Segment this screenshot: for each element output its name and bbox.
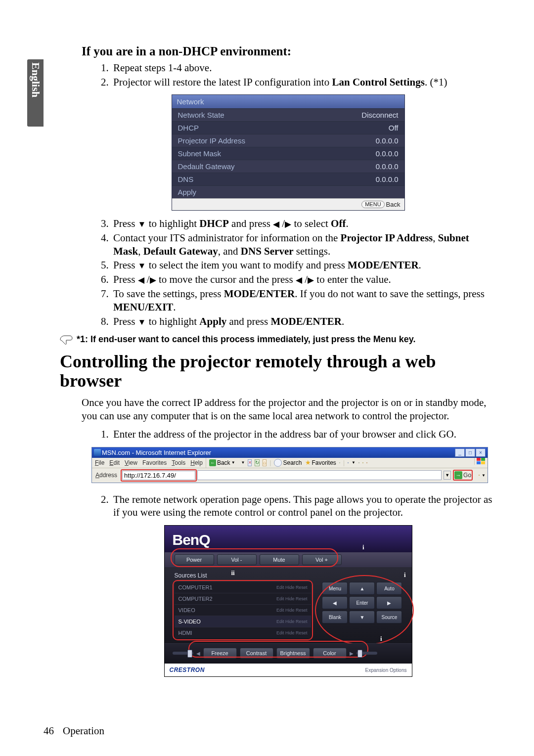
step-c2: The remote network operation page opens.… (111, 493, 494, 520)
benq-footer: CRESTRON Expansion Options (165, 664, 412, 676)
menu-button-icon: MENU (361, 201, 384, 208)
url-highlight (121, 469, 197, 482)
right-slider[interactable] (356, 652, 377, 655)
steps-list-c: Enter the address of the projector in th… (82, 428, 494, 441)
home-icon[interactable]: ⌂ (263, 459, 267, 466)
menu-help[interactable]: Help (190, 459, 203, 466)
links-icon[interactable] (479, 475, 480, 476)
ie-menu-bar[interactable]: File Edit View Favorites Tools Help (92, 458, 206, 468)
left-slider[interactable] (173, 652, 193, 655)
windows-flag-icon (474, 458, 488, 465)
page-footer: 46 Operation (44, 725, 104, 737)
network-row: DHCPOff (172, 121, 404, 134)
web-browser-heading: Controlling the projector remotely throu… (60, 352, 494, 391)
address-input[interactable] (122, 471, 195, 480)
menu-tools[interactable]: Tools (172, 459, 185, 466)
page-number: 46 (44, 725, 54, 737)
menu-file[interactable]: File (95, 459, 104, 466)
step-a1: Repeat steps 1-4 above. (111, 61, 494, 75)
go-highlight: → Go (453, 470, 473, 481)
history-icon[interactable] (339, 462, 340, 463)
minimize-icon[interactable]: _ (455, 448, 465, 457)
dpad-section: i Menu ▲ Auto ◀ Enter ▶ Blank ▼ Source (322, 582, 403, 636)
ie-logo-icon (94, 449, 101, 456)
benq-logo: BenQ (173, 532, 210, 548)
go-arrow-icon[interactable]: → (454, 471, 462, 479)
ie-window-title: MSN.com - Microsoft Internet Explorer (102, 449, 211, 456)
sources-section: Sources List ii COMPUTER1Edit Hide Reset… (173, 572, 313, 640)
sources-list: COMPUTER1Edit Hide Reset COMPUTER2Edit H… (173, 580, 313, 640)
non-dhcp-heading: If you are in a non-DHCP environment: (82, 44, 494, 58)
network-panel-footer: MENU Back (172, 198, 404, 210)
network-panel-title: Network (172, 95, 404, 108)
ie-address-bar: Address ▼ → Go ▼ (92, 468, 488, 483)
callout-i: i (362, 543, 364, 551)
down-arrow-icon: ▼ (138, 317, 146, 328)
step-c1: Enter the address of the projector in th… (111, 428, 494, 441)
go-button[interactable]: Go (463, 472, 471, 479)
network-row: Subnet Mask0.0.0.0 (172, 147, 404, 160)
benq-remote-panel: BenQ i Power Vol - Mute Vol + Sources Li… (164, 525, 412, 677)
maximize-icon[interactable]: □ (465, 448, 475, 457)
down-arrow-icon: ▼ (138, 219, 146, 230)
left-arrow-icon: ◀ (296, 275, 302, 286)
menu-edit[interactable]: Edit (109, 459, 120, 466)
stop-icon[interactable]: × (248, 459, 252, 466)
favorites-button[interactable]: ★Favorites (305, 459, 336, 466)
star-icon: ★ (305, 459, 311, 466)
source-item[interactable]: COMPUTER1Edit Hide Reset (175, 582, 312, 593)
svg-rect-0 (477, 458, 481, 461)
benq-bottom-bar: i ◀ Freeze Contrast Brightness Color ▶ (165, 643, 412, 664)
mail-icon[interactable] (348, 462, 349, 463)
step-b7: To save the settings, press MODE/ENTER. … (111, 287, 494, 314)
menu-favorites[interactable]: Favorites (142, 459, 167, 466)
print-icon[interactable] (358, 462, 359, 463)
ie-toolbar[interactable]: ←Back ▼ ▼ × ↻ ⌂ | Search ★Favorites | ▼ (206, 458, 474, 468)
expansion-options-link[interactable]: Expansion Options (365, 667, 407, 673)
edit-icon[interactable] (362, 462, 363, 463)
network-row: Dedault Gateway0.0.0.0 (172, 160, 404, 173)
close-icon[interactable]: × (476, 448, 486, 457)
network-settings-panel: Network Network StateDisconnect DHCPOff … (172, 95, 404, 210)
step-b6: Press ◀ /▶ to move the cursor and the pr… (111, 273, 494, 286)
step-b5: Press ▼ to select the item you want to m… (111, 259, 494, 272)
address-combo-extent[interactable] (197, 470, 442, 480)
intro-paragraph: Once you have the correct IP address for… (82, 396, 494, 423)
network-row: Network StateDisconnect (172, 108, 404, 121)
back-label: Back (386, 201, 400, 208)
benq-top-buttons: i Power Vol - Mute Vol + (165, 552, 412, 567)
callout-ii: ii (231, 569, 235, 577)
ie-menu-toolbar-row: File Edit View Favorites Tools Help ←Bac… (92, 458, 488, 468)
callout-i: i (380, 635, 382, 643)
discuss-icon[interactable] (366, 462, 367, 463)
dropdown-icon[interactable]: ▼ (444, 471, 451, 480)
steps-list-b: Press ▼ to highlight DHCP and press ◀ /▶… (82, 217, 494, 328)
manual-page: English If you are in a non-DHCP environ… (0, 0, 534, 756)
refresh-icon[interactable]: ↻ (255, 459, 260, 466)
source-item-selected[interactable]: S-VIDEOEdit Hide Reset (175, 616, 312, 627)
search-button[interactable]: Search (274, 459, 302, 467)
right-arrow-icon: ▶ (150, 275, 156, 286)
right-arrow-icon: ▶ (308, 275, 314, 286)
svg-rect-2 (477, 461, 481, 464)
svg-rect-3 (481, 461, 485, 464)
svg-rect-1 (481, 458, 485, 461)
step-b8: Press ▼ to highlight Apply and press MOD… (111, 315, 494, 328)
section-title: Operation (63, 725, 104, 737)
address-label: Address (94, 472, 119, 479)
source-item[interactable]: COMPUTER2Edit Hide Reset (175, 593, 312, 605)
note-text: *1: If end-user want to cancel this proc… (77, 334, 416, 345)
steps-list-c2: The remote network operation page opens.… (82, 493, 494, 520)
down-arrow-icon: ▼ (138, 261, 146, 271)
source-item[interactable]: HDMIEdit Hide Reset (175, 627, 312, 638)
network-row: DNS0.0.0.0 (172, 173, 404, 185)
window-buttons[interactable]: _□× (454, 448, 486, 457)
ie-browser-figure: MSN.com - Microsoft Internet Explorer _□… (91, 447, 488, 483)
network-row-apply: Apply (172, 185, 404, 198)
source-item[interactable]: VIDEOEdit Hide Reset (175, 605, 312, 616)
right-arrow-icon: ▶ (285, 219, 291, 230)
callout-circle-i-dpad (315, 575, 414, 645)
menu-view[interactable]: View (125, 459, 137, 466)
back-button[interactable]: ←Back ▼ (209, 459, 235, 466)
left-arrow-icon: ◀ (138, 275, 144, 286)
